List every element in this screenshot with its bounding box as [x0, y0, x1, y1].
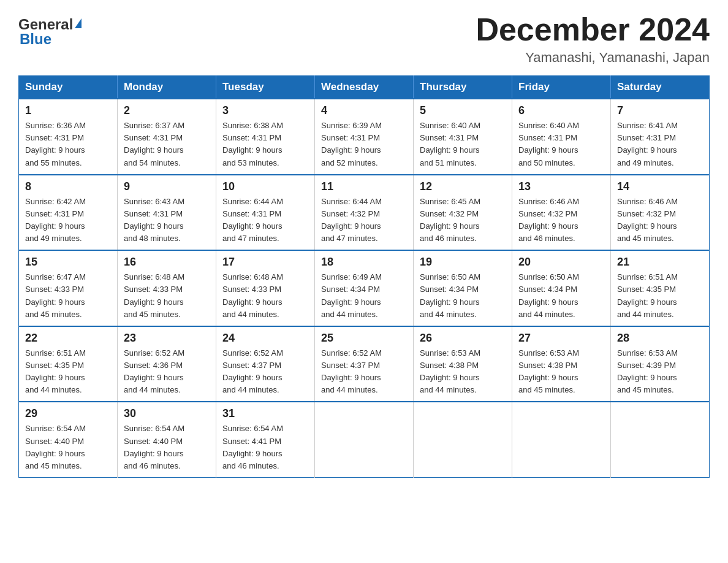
page-header: General Blue December 2024 Yamanashi, Ya… [18, 12, 710, 66]
calendar-week-row: 15 Sunrise: 6:47 AM Sunset: 4:33 PM Dayl… [19, 250, 710, 326]
day-number: 31 [222, 407, 308, 420]
day-info: Sunrise: 6:46 AM Sunset: 4:32 PM Dayligh… [617, 196, 703, 245]
calendar-cell: 17 Sunrise: 6:48 AM Sunset: 4:33 PM Dayl… [216, 250, 315, 326]
day-number: 6 [518, 104, 604, 117]
calendar-title: December 2024 [476, 12, 710, 47]
day-number: 25 [321, 332, 407, 345]
col-header-saturday: Saturday [611, 76, 710, 99]
day-info: Sunrise: 6:52 AM Sunset: 4:36 PM Dayligh… [124, 347, 210, 397]
day-info: Sunrise: 6:48 AM Sunset: 4:33 PM Dayligh… [124, 271, 210, 321]
calendar-cell: 5 Sunrise: 6:40 AM Sunset: 4:31 PM Dayli… [414, 99, 512, 175]
title-block: December 2024 Yamanashi, Yamanashi, Japa… [476, 12, 710, 66]
day-number: 13 [518, 180, 604, 193]
day-info: Sunrise: 6:54 AM Sunset: 4:40 PM Dayligh… [25, 423, 111, 472]
day-number: 7 [617, 104, 703, 117]
day-info: Sunrise: 6:53 AM Sunset: 4:39 PM Dayligh… [617, 347, 703, 397]
day-number: 9 [124, 180, 210, 193]
day-info: Sunrise: 6:44 AM Sunset: 4:32 PM Dayligh… [321, 196, 407, 245]
calendar-cell: 21 Sunrise: 6:51 AM Sunset: 4:35 PM Dayl… [611, 250, 710, 326]
calendar-week-row: 29 Sunrise: 6:54 AM Sunset: 4:40 PM Dayl… [19, 402, 710, 477]
day-number: 19 [420, 256, 506, 269]
col-header-tuesday: Tuesday [216, 76, 315, 99]
calendar-cell: 30 Sunrise: 6:54 AM Sunset: 4:40 PM Dayl… [118, 402, 216, 477]
calendar-cell [315, 402, 414, 477]
calendar-cell: 4 Sunrise: 6:39 AM Sunset: 4:31 PM Dayli… [315, 99, 414, 175]
calendar-cell: 9 Sunrise: 6:43 AM Sunset: 4:31 PM Dayli… [118, 175, 216, 251]
day-number: 30 [124, 407, 210, 420]
calendar-cell: 20 Sunrise: 6:50 AM Sunset: 4:34 PM Dayl… [512, 250, 611, 326]
col-header-monday: Monday [118, 76, 216, 99]
calendar-cell: 15 Sunrise: 6:47 AM Sunset: 4:33 PM Dayl… [19, 250, 118, 326]
calendar-cell: 11 Sunrise: 6:44 AM Sunset: 4:32 PM Dayl… [315, 175, 414, 251]
logo-general-text: General [18, 17, 73, 32]
calendar-cell: 24 Sunrise: 6:52 AM Sunset: 4:37 PM Dayl… [216, 326, 315, 402]
day-info: Sunrise: 6:54 AM Sunset: 4:40 PM Dayligh… [124, 423, 210, 472]
day-number: 1 [25, 104, 111, 117]
day-info: Sunrise: 6:47 AM Sunset: 4:33 PM Dayligh… [25, 271, 111, 321]
calendar-cell: 22 Sunrise: 6:51 AM Sunset: 4:35 PM Dayl… [19, 326, 118, 402]
day-number: 18 [321, 256, 407, 269]
day-number: 29 [25, 407, 111, 420]
day-number: 8 [25, 180, 111, 193]
day-info: Sunrise: 6:48 AM Sunset: 4:33 PM Dayligh… [222, 271, 308, 321]
logo: General Blue [18, 12, 82, 48]
day-info: Sunrise: 6:52 AM Sunset: 4:37 PM Dayligh… [222, 347, 308, 397]
day-info: Sunrise: 6:40 AM Sunset: 4:31 PM Dayligh… [420, 120, 506, 169]
calendar-cell: 18 Sunrise: 6:49 AM Sunset: 4:34 PM Dayl… [315, 250, 414, 326]
calendar-week-row: 1 Sunrise: 6:36 AM Sunset: 4:31 PM Dayli… [19, 99, 710, 175]
calendar-cell: 13 Sunrise: 6:46 AM Sunset: 4:32 PM Dayl… [512, 175, 611, 251]
calendar-cell: 26 Sunrise: 6:53 AM Sunset: 4:38 PM Dayl… [414, 326, 512, 402]
day-number: 20 [518, 256, 604, 269]
day-number: 23 [124, 332, 210, 345]
day-info: Sunrise: 6:36 AM Sunset: 4:31 PM Dayligh… [25, 120, 111, 169]
calendar-cell: 23 Sunrise: 6:52 AM Sunset: 4:36 PM Dayl… [118, 326, 216, 402]
calendar-header-row: Sunday Monday Tuesday Wednesday Thursday… [19, 76, 710, 99]
calendar-cell: 25 Sunrise: 6:52 AM Sunset: 4:37 PM Dayl… [315, 326, 414, 402]
day-number: 5 [420, 104, 506, 117]
calendar-week-row: 22 Sunrise: 6:51 AM Sunset: 4:35 PM Dayl… [19, 326, 710, 402]
day-number: 12 [420, 180, 506, 193]
day-number: 10 [222, 180, 308, 193]
calendar-cell [414, 402, 512, 477]
calendar-cell: 6 Sunrise: 6:40 AM Sunset: 4:31 PM Dayli… [512, 99, 611, 175]
col-header-thursday: Thursday [414, 76, 512, 99]
calendar-subtitle: Yamanashi, Yamanashi, Japan [476, 50, 710, 66]
day-info: Sunrise: 6:54 AM Sunset: 4:41 PM Dayligh… [222, 423, 308, 472]
calendar-cell: 8 Sunrise: 6:42 AM Sunset: 4:31 PM Dayli… [19, 175, 118, 251]
day-info: Sunrise: 6:44 AM Sunset: 4:31 PM Dayligh… [222, 196, 308, 245]
day-info: Sunrise: 6:50 AM Sunset: 4:34 PM Dayligh… [518, 271, 604, 321]
calendar-cell: 27 Sunrise: 6:53 AM Sunset: 4:38 PM Dayl… [512, 326, 611, 402]
day-number: 3 [222, 104, 308, 117]
logo-blue-text: Blue [20, 31, 51, 48]
day-number: 4 [321, 104, 407, 117]
day-info: Sunrise: 6:39 AM Sunset: 4:31 PM Dayligh… [321, 120, 407, 169]
calendar-cell: 3 Sunrise: 6:38 AM Sunset: 4:31 PM Dayli… [216, 99, 315, 175]
day-number: 16 [124, 256, 210, 269]
day-info: Sunrise: 6:52 AM Sunset: 4:37 PM Dayligh… [321, 347, 407, 397]
day-number: 14 [617, 180, 703, 193]
calendar-cell: 19 Sunrise: 6:50 AM Sunset: 4:34 PM Dayl… [414, 250, 512, 326]
day-number: 21 [617, 256, 703, 269]
day-number: 28 [617, 332, 703, 345]
col-header-friday: Friday [512, 76, 611, 99]
day-number: 26 [420, 332, 506, 345]
day-info: Sunrise: 6:50 AM Sunset: 4:34 PM Dayligh… [420, 271, 506, 321]
calendar-cell: 16 Sunrise: 6:48 AM Sunset: 4:33 PM Dayl… [118, 250, 216, 326]
day-info: Sunrise: 6:43 AM Sunset: 4:31 PM Dayligh… [124, 196, 210, 245]
day-number: 17 [222, 256, 308, 269]
calendar-cell [512, 402, 611, 477]
day-info: Sunrise: 6:37 AM Sunset: 4:31 PM Dayligh… [124, 120, 210, 169]
day-number: 22 [25, 332, 111, 345]
calendar-cell: 31 Sunrise: 6:54 AM Sunset: 4:41 PM Dayl… [216, 402, 315, 477]
day-info: Sunrise: 6:38 AM Sunset: 4:31 PM Dayligh… [222, 120, 308, 169]
calendar-cell: 2 Sunrise: 6:37 AM Sunset: 4:31 PM Dayli… [118, 99, 216, 175]
day-number: 27 [518, 332, 604, 345]
day-info: Sunrise: 6:51 AM Sunset: 4:35 PM Dayligh… [25, 347, 111, 397]
day-info: Sunrise: 6:53 AM Sunset: 4:38 PM Dayligh… [518, 347, 604, 397]
day-info: Sunrise: 6:45 AM Sunset: 4:32 PM Dayligh… [420, 196, 506, 245]
calendar-cell: 29 Sunrise: 6:54 AM Sunset: 4:40 PM Dayl… [19, 402, 118, 477]
calendar-cell: 7 Sunrise: 6:41 AM Sunset: 4:31 PM Dayli… [611, 99, 710, 175]
calendar-table: Sunday Monday Tuesday Wednesday Thursday… [18, 75, 710, 478]
calendar-cell: 14 Sunrise: 6:46 AM Sunset: 4:32 PM Dayl… [611, 175, 710, 251]
calendar-week-row: 8 Sunrise: 6:42 AM Sunset: 4:31 PM Dayli… [19, 175, 710, 251]
